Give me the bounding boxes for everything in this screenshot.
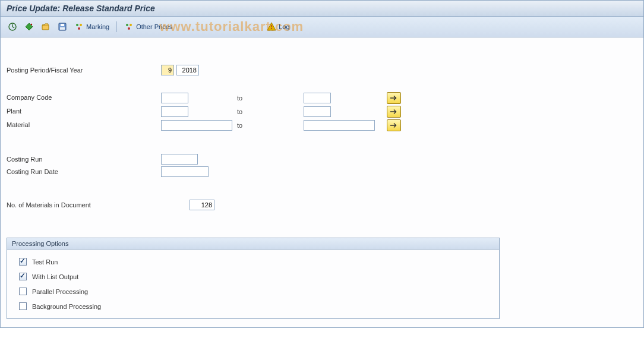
parallel-checkbox[interactable] [19,288,27,295]
arrow-right-icon [390,94,398,102]
costing-run-input[interactable] [161,154,198,165]
svg-point-12 [128,27,130,30]
toolbar: Marking Other Prices www.tutorialkart.co… [1,17,643,37]
no-materials-label: No. of Materials in Document [7,200,161,210]
release-button[interactable] [22,21,36,33]
parallel-label: Parallel Processing [32,288,88,295]
clock-execute-icon [8,22,17,31]
processing-options-group: Processing Options Test Run With List Ou… [7,238,500,319]
plant-label: Plant [7,106,161,118]
diamond-sparkle-icon [24,22,34,31]
arrow-right-icon [390,122,398,129]
marking-icon [74,22,84,31]
execute-button[interactable] [5,21,20,33]
marking-label: Marking [86,23,109,30]
to-label-cc: to [232,92,304,104]
svg-point-11 [130,24,132,26]
plant-from-input[interactable] [161,106,188,117]
costing-run-date-label: Costing Run Date [7,166,161,177]
folder-get-icon [41,22,50,31]
svg-point-7 [76,24,78,26]
svg-point-14 [271,28,272,29]
no-materials-input[interactable] [190,200,214,210]
svg-point-9 [78,27,80,30]
save-icon [58,22,67,31]
window: Price Update: Release Standard Price [0,0,644,328]
svg-rect-6 [60,27,65,30]
material-label: Material [7,119,161,131]
company-code-to-input[interactable] [304,93,331,103]
log-icon [267,22,276,31]
test-run-checkbox[interactable] [19,258,27,266]
log-button[interactable]: Log [264,21,292,33]
toolbar-separator [116,21,117,32]
plant-to-input[interactable] [304,106,331,117]
marking-button[interactable]: Marking [72,21,112,33]
svg-point-10 [126,24,128,26]
svg-rect-3 [42,25,49,30]
fiscal-year-input[interactable] [176,65,199,75]
other-prices-label: Other Prices [136,23,172,30]
material-to-input[interactable] [304,120,375,131]
company-code-label: Company Code [7,92,161,104]
background-checkbox[interactable] [19,302,27,310]
svg-rect-15 [271,25,272,27]
other-prices-button[interactable]: Other Prices [122,21,175,33]
page-title: Price Update: Release Standard Price [7,4,155,13]
posting-period-label: Posting Period/Fiscal Year [7,65,161,75]
background-label: Background Processing [32,303,101,310]
material-from-input[interactable] [161,120,232,131]
to-label-material: to [232,119,304,131]
posting-period-input[interactable] [161,65,174,75]
other-prices-icon [124,22,134,31]
company-code-multi-button[interactable] [387,92,401,104]
test-run-label: Test Run [32,258,58,266]
svg-point-8 [80,24,82,26]
with-list-checkbox[interactable] [19,273,27,280]
arrow-right-icon [390,108,398,115]
with-list-label: With List Output [32,273,78,280]
processing-options-header: Processing Options [7,238,499,250]
titlebar: Price Update: Release Standard Price [1,1,643,17]
company-code-from-input[interactable] [161,93,188,103]
costing-run-label: Costing Run [7,154,161,165]
content-area: Posting Period/Fiscal Year Company Code … [1,37,643,327]
costing-run-date-input[interactable] [161,166,209,177]
svg-rect-5 [61,24,64,26]
log-label: Log [279,23,289,30]
material-multi-button[interactable] [387,119,401,131]
plant-multi-button[interactable] [387,106,401,118]
svg-point-2 [31,24,32,25]
get-variant-button[interactable] [39,21,53,33]
to-label-plant: to [232,106,304,118]
save-variant-button[interactable] [55,21,70,33]
